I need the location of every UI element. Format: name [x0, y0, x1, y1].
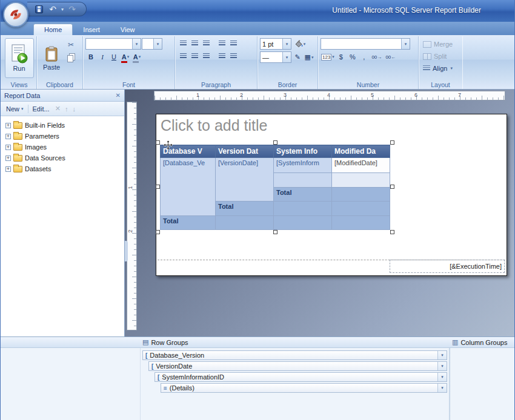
tablix-total-cell[interactable]: [216, 216, 274, 230]
border-style-combo[interactable]: — ▾: [260, 51, 291, 63]
save-button[interactable]: [33, 4, 44, 15]
tab-insert[interactable]: Insert: [73, 24, 110, 35]
underline-button[interactable]: U: [108, 51, 119, 62]
chevron-down-icon[interactable]: ▾: [437, 373, 447, 381]
tree-item-parameters[interactable]: + Parameters: [1, 131, 124, 142]
tree-item-datasets[interactable]: + Datasets: [1, 163, 124, 174]
align-middle-button[interactable]: [189, 51, 200, 62]
align-right-button[interactable]: [201, 38, 211, 49]
tree-item-built-in-fields[interactable]: + Built-in Fields: [1, 120, 124, 131]
close-icon[interactable]: ✕: [116, 92, 121, 99]
tablix-field-cell[interactable]: [Database_Ve: [161, 158, 216, 216]
comma-button[interactable]: ,: [359, 51, 370, 62]
expand-icon[interactable]: +: [5, 166, 11, 172]
increase-indent-button[interactable]: [228, 51, 239, 62]
selection-handle[interactable]: [273, 140, 277, 145]
merge-button[interactable]: Merge: [421, 38, 460, 50]
copy-button[interactable]: [65, 52, 76, 63]
chevron-down-icon[interactable]: ▾: [153, 39, 162, 49]
row-group-database-version[interactable]: [ Database_Version ▾: [142, 350, 447, 360]
fill-color-button[interactable]: A▾: [131, 51, 142, 62]
report-page[interactable]: Click to add title Database V Version Da…: [156, 114, 507, 276]
tablix-header-cell[interactable]: System Info: [274, 145, 332, 158]
selection-handle[interactable]: [156, 140, 160, 145]
tree-item-images[interactable]: + Images: [1, 142, 124, 153]
row-group-systeminformationid[interactable]: [ SystemInformationID ▾: [154, 372, 447, 382]
align-left-button[interactable]: [178, 38, 188, 49]
tablix-total-cell[interactable]: [274, 216, 332, 230]
tab-view[interactable]: View: [110, 24, 145, 35]
tablix-header-cell[interactable]: Modified Da: [332, 145, 390, 158]
paste-button[interactable]: Paste: [39, 38, 64, 78]
number-format-combo[interactable]: ▾: [321, 38, 410, 50]
execution-time-textbox[interactable]: [&ExecutionTime]: [390, 260, 505, 273]
expand-icon[interactable]: +: [5, 156, 11, 161]
expand-icon[interactable]: +: [5, 145, 11, 150]
pen-color-button[interactable]: ✎: [292, 52, 303, 63]
move-down-icon[interactable]: ↓: [71, 105, 77, 113]
tablix-total-cell[interactable]: [274, 202, 332, 216]
align-center-button[interactable]: [189, 38, 200, 49]
font-name-combo[interactable]: ▾: [85, 38, 141, 50]
tablix-total-cell[interactable]: [332, 202, 390, 216]
undo-button[interactable]: ↶: [47, 4, 58, 15]
row-group-details[interactable]: ≡ (Details) ▾: [161, 383, 447, 393]
tablix-total-cell[interactable]: Total: [161, 216, 216, 230]
borders-button[interactable]: ▦▾: [304, 52, 314, 63]
chevron-down-icon[interactable]: ▾: [132, 39, 141, 49]
chevron-down-icon[interactable]: ▾: [437, 351, 447, 359]
run-button[interactable]: Run: [5, 38, 34, 78]
tablix-total-cell[interactable]: [332, 188, 390, 202]
tablix-header-cell[interactable]: Version Dat: [216, 145, 274, 158]
tree-item-data-sources[interactable]: + Data Sources: [1, 153, 124, 163]
tablix-total-cell[interactable]: [332, 216, 390, 230]
tablix-empty-cell[interactable]: [332, 173, 390, 188]
delete-icon[interactable]: ✕: [54, 105, 62, 113]
design-surface[interactable]: 1 2 3 4 5 6 7 1 2 Click to add title Dat…: [125, 90, 515, 336]
move-up-icon[interactable]: ↑: [64, 105, 70, 113]
selection-handle[interactable]: [390, 230, 394, 234]
expand-icon[interactable]: +: [5, 123, 11, 128]
selection-handle[interactable]: [390, 185, 394, 189]
align-button[interactable]: Align ▾: [421, 62, 460, 74]
align-top-button[interactable]: [178, 51, 188, 62]
edit-button[interactable]: Edit...: [30, 104, 52, 114]
selection-handle[interactable]: [156, 230, 160, 234]
number-format-button[interactable]: 123▾: [321, 51, 335, 62]
split-button[interactable]: Split: [421, 50, 460, 62]
font-size-combo[interactable]: ▾: [142, 38, 162, 50]
tablix-field-cell[interactable]: [SystemInform: [274, 158, 332, 173]
groups-splitter[interactable]: [449, 348, 451, 420]
chevron-down-icon[interactable]: ▾: [437, 362, 447, 370]
tablix-empty-cell[interactable]: [274, 173, 332, 188]
chevron-down-icon[interactable]: ▾: [282, 39, 291, 49]
italic-button[interactable]: I: [97, 51, 108, 62]
tablix[interactable]: Database V Version Dat System Info Modif…: [160, 145, 390, 230]
tablix-field-cell[interactable]: [VersionDate]: [216, 158, 274, 202]
chevron-down-icon[interactable]: ▾: [437, 384, 447, 392]
align-bottom-button[interactable]: [201, 51, 211, 62]
report-title-placeholder[interactable]: Click to add title: [158, 116, 505, 140]
selection-handle[interactable]: [156, 185, 160, 189]
application-menu-button[interactable]: [3, 2, 28, 27]
border-width-combo[interactable]: 1 pt ▾: [260, 38, 291, 50]
bullet-list-button[interactable]: [216, 38, 227, 49]
fill-bucket-button[interactable]: ▾: [292, 39, 308, 50]
tablix-total-cell[interactable]: Total: [216, 202, 274, 216]
tab-home[interactable]: Home: [33, 24, 73, 35]
bold-button[interactable]: B: [85, 51, 96, 62]
increase-decimal-button[interactable]: 00→: [370, 51, 384, 62]
tablix-field-cell[interactable]: [ModifiedDate]: [332, 158, 390, 173]
tablix-total-cell[interactable]: Total: [274, 188, 332, 202]
number-list-button[interactable]: [228, 38, 239, 49]
new-button[interactable]: New▾: [4, 104, 26, 114]
chevron-down-icon[interactable]: ▾: [282, 52, 291, 62]
cut-button[interactable]: ✂: [65, 39, 76, 50]
font-color-button[interactable]: A▾: [120, 51, 131, 62]
row-group-versiondate[interactable]: [ VersionDate ▾: [148, 361, 447, 371]
decrease-indent-button[interactable]: [216, 51, 227, 62]
decrease-decimal-button[interactable]: 00←: [384, 51, 397, 62]
expand-icon[interactable]: +: [5, 134, 11, 139]
currency-button[interactable]: $: [336, 51, 347, 62]
selection-handle[interactable]: [273, 230, 277, 234]
